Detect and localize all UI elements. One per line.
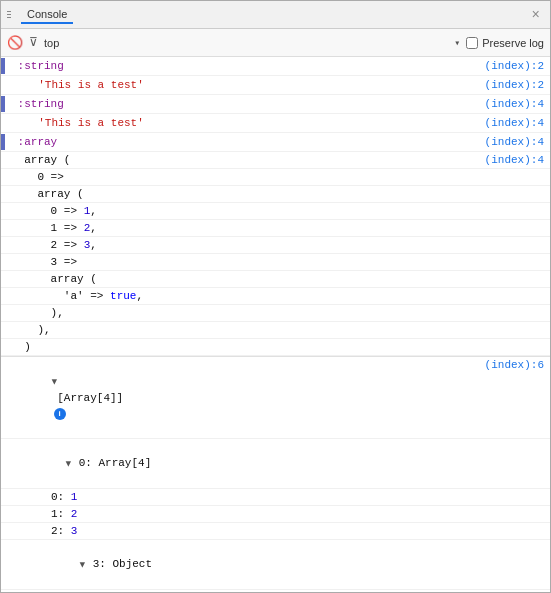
- expand-arrow-3: ▶: [73, 562, 89, 567]
- log-location-string1[interactable]: (index):2: [485, 58, 550, 74]
- log-row-string2-val: 'This is a test' (index):4: [1, 114, 550, 133]
- array-dump-line-12: ): [1, 339, 550, 356]
- array-dump-line-3: array (: [1, 186, 550, 203]
- array-dump-content-3: array (: [5, 186, 550, 202]
- log-text-string2-val: 'This is a test': [5, 115, 485, 131]
- preserve-log-checkbox[interactable]: [466, 37, 478, 49]
- array-item-00-text: 0: 1: [5, 489, 550, 505]
- array-dump-line-7: 3 =>: [1, 254, 550, 271]
- close-button[interactable]: ×: [528, 6, 544, 24]
- array-header-text: [Array[4]]: [51, 392, 124, 404]
- array-dump-content-7: 3 =>: [5, 254, 550, 270]
- preserve-log-area: Preserve log: [466, 37, 544, 49]
- array-dump-location[interactable]: (index):4: [485, 152, 550, 168]
- array4-label[interactable]: ▶ 0: Array[4]: [5, 439, 550, 488]
- console-tab[interactable]: Console: [21, 6, 73, 24]
- log-text-string1-val: 'This is a test': [5, 77, 485, 93]
- array-dump-content-9: 'a' => true,: [5, 288, 550, 304]
- array-item-02-text: 2: 3: [5, 523, 550, 539]
- array-dump-content-6: 2 => 3,: [5, 237, 550, 253]
- block-icon[interactable]: 🚫: [7, 35, 23, 51]
- array-dump-content-2: 0 =>: [5, 169, 550, 185]
- expanded-array-label[interactable]: ▶ [Array[4]] i: [5, 357, 485, 438]
- array-dump-content-5: 1 => 2,: [5, 220, 550, 236]
- array-dump-content-4: 0 => 1,: [5, 203, 550, 219]
- array-item-01-text: 1: 2: [5, 506, 550, 522]
- array-dump-line-4: 0 => 1,: [1, 203, 550, 220]
- dropdown-arrow[interactable]: ▾: [454, 37, 460, 49]
- filter-text: top: [44, 37, 59, 49]
- array-item-01: 1: 2: [1, 506, 550, 523]
- log-row-string2: :string (index):4: [1, 95, 550, 114]
- array-dump-content-10: ),: [5, 305, 550, 321]
- array-item-03-text[interactable]: ▶ 3: Object: [5, 540, 550, 589]
- log-location-string2[interactable]: (index):4: [485, 96, 550, 112]
- array-dump-line-11: ),: [1, 322, 550, 339]
- array-item-03: ▶ 3: Object: [1, 540, 550, 590]
- toolbar: 🚫 ⊽ top ▾ Preserve log: [1, 29, 550, 57]
- info-icon[interactable]: i: [54, 408, 66, 420]
- log-location-array[interactable]: (index):4: [485, 134, 550, 150]
- drag-handle[interactable]: [7, 6, 17, 24]
- expanded-array-header: ▶ [Array[4]] i (index):6: [1, 356, 550, 439]
- array-dump-content-8: array (: [5, 271, 550, 287]
- array-item-00: 0: 1: [1, 489, 550, 506]
- log-row-string1: :string (index):2: [1, 57, 550, 76]
- log-location-string1-val[interactable]: (index):2: [485, 77, 550, 93]
- preserve-log-label: Preserve log: [482, 37, 544, 49]
- array-dump-line-5: 1 => 2,: [1, 220, 550, 237]
- array-item-02: 2: 3: [1, 523, 550, 540]
- array4-row: ▶ 0: Array[4]: [1, 439, 550, 489]
- array-dump-line-2: 0 =>: [1, 169, 550, 186]
- array-dump-line-8: array (: [1, 271, 550, 288]
- expand-arrow-0: ▶: [59, 461, 75, 466]
- console-content: :string (index):2 'This is a test' (inde…: [1, 57, 550, 593]
- log-text-array: :array: [5, 134, 485, 150]
- array-dump-line-9: 'a' => true,: [1, 288, 550, 305]
- array-dump-line-10: ),: [1, 305, 550, 322]
- array-dump-line-1: array ( (index):4: [1, 152, 550, 169]
- expanded-array-location[interactable]: (index):6: [485, 357, 550, 438]
- log-text-string2: :string: [5, 96, 485, 112]
- log-location-string2-val[interactable]: (index):4: [485, 115, 550, 131]
- array-dump-line-6: 2 => 3,: [1, 237, 550, 254]
- title-bar: Console ×: [1, 1, 550, 29]
- log-row-string1-val: 'This is a test' (index):2: [1, 76, 550, 95]
- array-dump-content-1: array (: [5, 152, 485, 168]
- log-row-array: :array (index):4: [1, 133, 550, 152]
- filter-icon[interactable]: ⊽: [29, 35, 38, 50]
- expand-arrow-array: ▶: [45, 379, 61, 384]
- log-text-string1: :string: [5, 58, 485, 74]
- array-dump-content-11: ),: [5, 322, 550, 338]
- array-dump-content-12: ): [5, 339, 550, 355]
